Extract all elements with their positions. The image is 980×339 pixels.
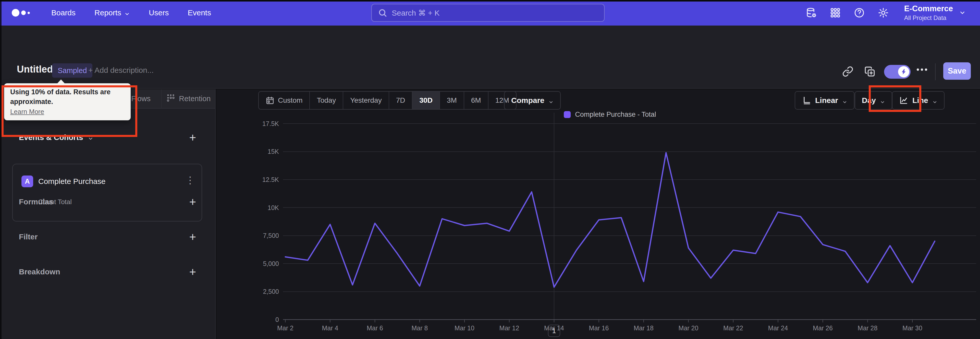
section-formulas: Formulas+ [19, 196, 198, 208]
report-title[interactable]: Untitled [17, 64, 53, 75]
sampling-toggle[interactable] [884, 65, 911, 79]
section-breakdown: Breakdown+ [19, 266, 198, 278]
project-name: E-Commerce [904, 4, 953, 13]
apps-grid-icon[interactable] [830, 7, 841, 18]
x-axis-label: Mar 28 [858, 325, 878, 332]
x-axis-label: Mar 16 [589, 325, 609, 332]
add-breakdown-button[interactable]: + [187, 266, 198, 278]
event-card[interactable]: A Complete Purchase ⋮ Count Total [12, 164, 202, 221]
page-number-button[interactable]: 1 [548, 325, 560, 337]
event-letter-badge: A [21, 176, 33, 187]
add-filter-button[interactable]: + [187, 231, 198, 243]
section-filter: Filter+ [19, 231, 198, 243]
y-axis-label: 10K [268, 204, 279, 211]
window-edge [0, 0, 980, 2]
sampling-tooltip: Using 10% of data. Results are approxima… [4, 83, 130, 120]
top-nav: BoardsReportsUsersEvents Search ⌘ + K E-… [0, 0, 980, 26]
nav-item-users[interactable]: Users [149, 8, 169, 17]
series-complete-purchase-total[interactable] [285, 153, 935, 287]
x-axis-label: Mar 2 [277, 325, 293, 332]
search-input[interactable]: Search ⌘ + K [371, 4, 605, 22]
nav-item-reports[interactable]: Reports [94, 8, 130, 17]
nav-right-cluster: E-Commerce All Project Data [806, 0, 966, 26]
add-event-button[interactable]: + [187, 131, 198, 143]
settings-gear-icon[interactable] [878, 7, 889, 18]
line-chart: 02,5005,0007,50010K12.5K15K17.5KMar 2Mar… [216, 89, 980, 339]
chevron-down-icon [124, 10, 130, 16]
events-cohorts-header[interactable]: Events & Cohorts [19, 133, 94, 142]
y-axis-label: 2,500 [263, 288, 279, 295]
x-axis-label: Mar 6 [367, 325, 383, 332]
chevron-down-icon [88, 134, 94, 140]
main-nav: BoardsReportsUsersEvents [51, 8, 211, 17]
add-formulas-button[interactable]: + [187, 196, 198, 208]
window-edge [0, 0, 2, 339]
y-axis-label: 15K [268, 148, 279, 155]
event-options-icon[interactable]: ⋮ [185, 174, 195, 186]
event-name: Complete Purchase [38, 177, 105, 186]
add-description-field[interactable]: + Add description... [88, 66, 154, 75]
more-dots-icon[interactable] [917, 69, 927, 71]
x-axis-label: Mar 4 [322, 325, 339, 332]
add-to-board-icon[interactable] [864, 66, 875, 77]
x-axis-label: Mar 20 [679, 325, 698, 332]
tooltip-text: Using 10% of data. Results are approxima… [10, 87, 124, 107]
nav-item-boards[interactable]: Boards [51, 8, 76, 17]
chevron-down-icon [959, 10, 966, 16]
save-button[interactable]: Save [943, 62, 971, 80]
mixpanel-insights-app: BoardsReportsUsersEvents Search ⌘ + K E-… [0, 0, 980, 339]
search-icon [378, 8, 387, 18]
tab-retention[interactable]: Retention [161, 89, 215, 109]
link-icon[interactable] [842, 66, 853, 77]
y-axis-label: 7,500 [263, 232, 279, 239]
x-axis-label: Mar 12 [500, 325, 519, 332]
x-axis-label: Mar 30 [902, 325, 922, 332]
data-management-icon[interactable] [806, 7, 817, 18]
retention-icon [166, 93, 175, 104]
help-icon[interactable] [854, 7, 865, 18]
x-axis-label: Mar 10 [455, 325, 474, 332]
x-axis-label: Mar 26 [813, 325, 833, 332]
x-axis-label: Mar 18 [634, 325, 654, 332]
chart-panel: CustomTodayYesterday7D30D3M6M12M Compare… [216, 89, 980, 339]
nav-item-events[interactable]: Events [188, 8, 211, 17]
x-axis-label: Mar 24 [768, 325, 788, 332]
query-builder-sidebar: InsightsFunnelsFlowsRetention Events & C… [0, 89, 216, 339]
x-axis-label: Mar 8 [412, 325, 428, 332]
mixpanel-logo-icon[interactable] [12, 9, 30, 17]
x-axis-label: Mar 22 [723, 325, 743, 332]
project-scope: All Project Data [904, 14, 953, 21]
divider [935, 63, 935, 80]
search-placeholder: Search ⌘ + K [392, 8, 440, 18]
report-title-bar: Untitled Sampled + Add description... Sa… [0, 26, 980, 89]
y-axis-label: 5,000 [263, 260, 279, 267]
y-axis-label: 0 [275, 316, 279, 323]
learn-more-link[interactable]: Learn More [10, 108, 44, 116]
project-selector[interactable]: E-Commerce All Project Data [904, 4, 966, 21]
lightning-bolt-icon [898, 66, 909, 77]
y-axis-label: 12.5K [262, 176, 279, 183]
y-axis-label: 17.5K [262, 120, 279, 127]
sampled-badge[interactable]: Sampled [52, 63, 92, 78]
